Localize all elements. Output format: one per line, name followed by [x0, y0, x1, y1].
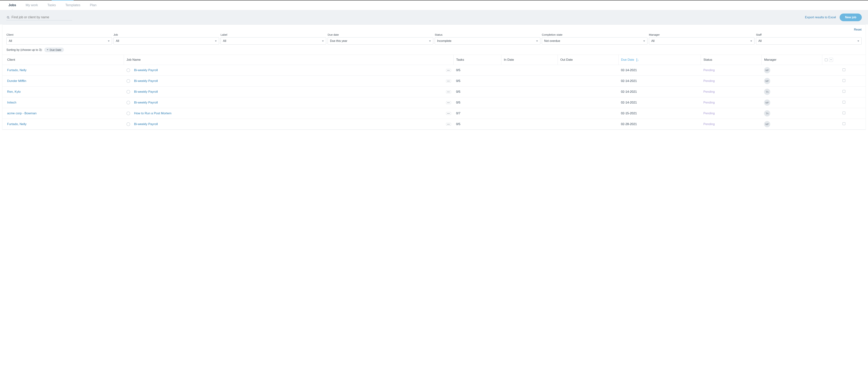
- status-badge: Pending: [703, 101, 715, 104]
- filter-select-client[interactable]: All: [6, 37, 112, 45]
- filter-select-due-date[interactable]: Due this year: [328, 37, 433, 45]
- jobname-link[interactable]: Bi-weekly Payroll: [134, 101, 158, 104]
- chevron-down-icon: [536, 41, 538, 41]
- filter-value: All: [116, 39, 119, 43]
- th-jobname[interactable]: Job Name: [124, 55, 454, 65]
- chevron-down-icon: [47, 49, 48, 50]
- job-complete-toggle[interactable]: [126, 79, 130, 83]
- filter-select-label[interactable]: All: [221, 37, 326, 45]
- nav-tab-my-work[interactable]: My work: [21, 0, 43, 10]
- client-link[interactable]: Furtado, Nelly: [7, 68, 27, 72]
- job-complete-toggle[interactable]: [126, 122, 130, 126]
- row-checkbox[interactable]: [842, 90, 845, 93]
- filter-status: StatusIncomplete: [435, 33, 540, 45]
- filter-value: All: [9, 39, 12, 43]
- row-checkbox[interactable]: [842, 68, 845, 71]
- th-indate[interactable]: In Date: [501, 55, 558, 65]
- chevron-down-icon: [857, 41, 859, 41]
- nav-tab-tasks[interactable]: Tasks: [43, 0, 61, 10]
- job-complete-toggle[interactable]: [126, 111, 130, 115]
- row-checkbox[interactable]: [842, 101, 845, 104]
- status-badge: Pending: [703, 79, 715, 83]
- th-tasks[interactable]: Tasks: [454, 55, 501, 65]
- avatar[interactable]: MF: [764, 100, 770, 106]
- job-complete-toggle[interactable]: [126, 101, 130, 104]
- outdate-cell: [558, 65, 618, 76]
- sort-chip-label: Due Date: [50, 48, 61, 51]
- duedate-cell: 02-28-2021: [618, 119, 701, 130]
- indate-cell: [501, 76, 558, 87]
- avatar[interactable]: TA: [764, 110, 770, 116]
- filter-select-staff[interactable]: All: [756, 37, 862, 45]
- th-manager[interactable]: Manager: [762, 55, 822, 65]
- nav-tab-plan[interactable]: Plan: [85, 0, 101, 10]
- row-checkbox[interactable]: [842, 122, 845, 125]
- new-job-button[interactable]: New job: [840, 13, 862, 21]
- toolbar: Export results to Excel New job: [0, 10, 868, 25]
- filter-label: Due date: [328, 33, 433, 36]
- jobname-link[interactable]: Bi-weekly Payroll: [134, 79, 158, 83]
- chevron-down-icon: [215, 41, 217, 41]
- table-row: Ren, KyloBi-weekly Payroll•••0/502-14-20…: [2, 87, 866, 97]
- status-badge: Pending: [703, 122, 715, 126]
- th-status[interactable]: Status: [701, 55, 762, 65]
- filter-staff: StaffAll: [756, 33, 862, 45]
- filter-value: All: [223, 39, 226, 43]
- th-select: [822, 55, 866, 65]
- sort-icon: ↓: [637, 59, 639, 62]
- more-icon[interactable]: •••: [446, 101, 451, 104]
- sort-chip[interactable]: Due Date: [44, 47, 64, 52]
- indate-cell: [501, 65, 558, 76]
- client-link[interactable]: acme corp - Bowman: [7, 111, 37, 115]
- client-link[interactable]: Initech: [7, 101, 16, 104]
- filter-label: LabelAll: [221, 33, 326, 45]
- client-link[interactable]: Furtado, Nelly: [7, 122, 27, 126]
- outdate-cell: [558, 119, 618, 130]
- reset-link[interactable]: Reset: [854, 28, 862, 31]
- table-row: Furtado, NellyBi-weekly Payroll•••0/502-…: [2, 65, 866, 76]
- avatar[interactable]: MF: [764, 67, 770, 73]
- export-link[interactable]: Export results to Excel: [805, 15, 836, 19]
- select-dropdown[interactable]: [829, 58, 833, 62]
- filter-select-manager[interactable]: All: [649, 37, 754, 45]
- th-duedate[interactable]: Due Date ↓: [618, 55, 701, 65]
- more-icon[interactable]: •••: [446, 112, 451, 115]
- avatar[interactable]: MF: [764, 121, 770, 127]
- indate-cell: [501, 87, 558, 97]
- jobname-link[interactable]: Bi-weekly Payroll: [134, 122, 158, 126]
- row-checkbox[interactable]: [842, 79, 845, 82]
- filter-value: Due this year: [330, 39, 347, 43]
- avatar[interactable]: MF: [764, 78, 770, 84]
- duedate-cell: 02-14-2021: [618, 97, 701, 108]
- nav-tab-jobs[interactable]: Jobs: [4, 0, 21, 10]
- client-link[interactable]: Dunder Mifflin: [7, 79, 26, 83]
- th-outdate[interactable]: Out Date: [558, 55, 618, 65]
- job-complete-toggle[interactable]: [126, 68, 130, 72]
- jobs-table: Client Job Name Tasks In Date Out Date D…: [2, 55, 866, 130]
- more-icon[interactable]: •••: [446, 91, 451, 93]
- avatar[interactable]: TA: [764, 89, 770, 95]
- filter-select-job[interactable]: All: [114, 37, 219, 45]
- jobname-link[interactable]: Bi-weekly Payroll: [134, 90, 158, 94]
- filter-value: All: [651, 39, 655, 43]
- more-icon[interactable]: •••: [446, 69, 451, 72]
- client-link[interactable]: Ren, Kylo: [7, 90, 21, 94]
- jobname-link[interactable]: How to Run a Post Mortem: [134, 111, 172, 115]
- row-checkbox[interactable]: [842, 111, 845, 114]
- more-icon[interactable]: •••: [446, 123, 451, 126]
- filter-manager: ManagerAll: [649, 33, 754, 45]
- filter-select-completion-state[interactable]: Not overdue: [542, 37, 647, 45]
- job-complete-toggle[interactable]: [126, 90, 130, 94]
- status-badge: Pending: [703, 111, 715, 115]
- search-input[interactable]: [11, 15, 72, 19]
- th-client[interactable]: Client: [2, 55, 124, 65]
- sorting-row: Sorting by (choose up to 3): Due Date: [2, 45, 866, 55]
- more-icon[interactable]: •••: [446, 80, 451, 82]
- filter-select-status[interactable]: Incomplete: [435, 37, 540, 45]
- nav-tab-templates[interactable]: Templates: [61, 0, 85, 10]
- tasks-cell: 0/5: [454, 65, 501, 76]
- search-icon: [7, 16, 10, 19]
- jobname-link[interactable]: Bi-weekly Payroll: [134, 68, 158, 72]
- select-all-checkbox[interactable]: [825, 59, 828, 61]
- outdate-cell: [558, 87, 618, 97]
